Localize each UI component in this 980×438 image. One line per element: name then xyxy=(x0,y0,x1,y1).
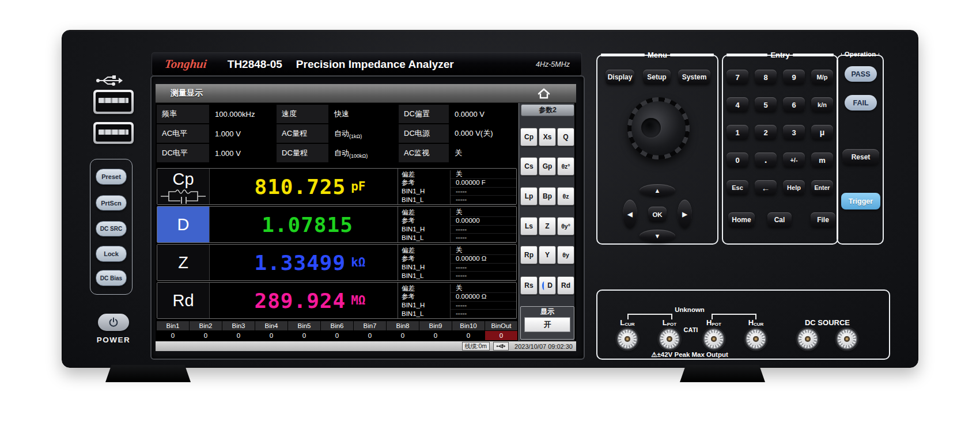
key-0[interactable]: 0 xyxy=(727,153,748,167)
setting-value[interactable]: 自动(100kΩ) xyxy=(329,144,398,162)
bin-count: 0 xyxy=(419,331,452,340)
softkey-theta-y[interactable]: θy xyxy=(557,246,574,264)
setting-label[interactable]: DC电平 xyxy=(157,144,209,162)
bin-header: Bin8 xyxy=(387,321,419,330)
setting-label[interactable]: AC量程 xyxy=(277,124,328,143)
enter-button[interactable]: Enter xyxy=(811,180,833,195)
measurement-value: 1.33499 kΩ xyxy=(210,245,398,280)
setting-value[interactable]: 关 xyxy=(449,144,517,162)
ok-button[interactable]: OK xyxy=(648,207,667,222)
softkey-d-selected[interactable]: D xyxy=(539,276,556,295)
circuit-symbol-icon xyxy=(160,189,207,204)
rotary-knob[interactable] xyxy=(627,97,690,159)
home-button[interactable]: Home xyxy=(728,212,755,227)
setting-value[interactable]: 0.0000 V xyxy=(449,105,517,123)
setting-label[interactable]: DC偏置 xyxy=(399,105,449,123)
display-toggle-box: 显示 开 xyxy=(520,306,574,340)
softkey-ls[interactable]: Ls xyxy=(520,217,538,235)
display-toggle-button[interactable]: 开 xyxy=(524,317,570,332)
cal-button[interactable]: Cal xyxy=(767,212,792,227)
pass-indicator-button[interactable]: PASS xyxy=(845,66,877,82)
setting-value[interactable]: 100.000kHz xyxy=(210,105,276,123)
softkey-theta-y-deg[interactable]: θy° xyxy=(557,217,574,235)
key-8[interactable]: 8 xyxy=(755,70,777,85)
key-7[interactable]: 7 xyxy=(727,70,748,85)
key-decimal-point[interactable]: . xyxy=(755,153,777,167)
measurement-row-z: Z 1.33499 kΩ 偏差关 参考0.00000 Ω BIN1_H-----… xyxy=(157,244,517,281)
setting-value[interactable]: 1.000 V xyxy=(210,144,276,162)
softkey-lp[interactable]: Lp xyxy=(520,187,538,205)
dc-source-label: DC SOURCE xyxy=(796,318,859,327)
preset-button[interactable]: Preset xyxy=(96,169,127,185)
home-icon[interactable] xyxy=(538,88,550,99)
bin-header: Bin3 xyxy=(222,321,255,330)
file-button[interactable]: File xyxy=(811,212,835,227)
arrow-down-button[interactable]: ▼ xyxy=(640,230,675,242)
key-milli[interactable]: m xyxy=(811,153,833,167)
key-9[interactable]: 9 xyxy=(783,70,805,85)
bin-count: 0 xyxy=(255,331,287,340)
arrow-right-button[interactable]: ▶ xyxy=(678,200,692,228)
help-button[interactable]: Help xyxy=(783,180,805,195)
setting-label[interactable]: AC电平 xyxy=(157,124,209,143)
power-label: POWER xyxy=(85,336,142,344)
softkey-rp[interactable]: Rp xyxy=(520,246,538,264)
key-6[interactable]: 6 xyxy=(783,97,805,112)
fail-indicator-button[interactable]: FAIL xyxy=(845,95,877,111)
setting-label[interactable]: 频率 xyxy=(157,105,209,123)
setting-value[interactable]: 自动(1kΩ) xyxy=(329,124,398,143)
arrow-up-button[interactable]: ▲ xyxy=(640,184,675,197)
key-kilo-nano[interactable]: k/n xyxy=(811,97,833,112)
instrument-title: Precision Impedance Analyzer xyxy=(296,58,454,71)
arrow-left-button[interactable]: ◀ xyxy=(623,200,637,228)
setting-value[interactable]: 0.000 V(关) xyxy=(449,124,517,143)
prtscn-button[interactable]: PrtScn xyxy=(96,195,127,211)
bin-out-count: 0 xyxy=(485,331,517,340)
softkey-q[interactable]: Q xyxy=(557,128,574,146)
key-micro[interactable]: μ xyxy=(811,125,833,140)
dc-src-button[interactable]: DC SRC xyxy=(96,221,127,237)
setting-value[interactable]: 快速 xyxy=(329,105,398,123)
menu-panel-title: Menu xyxy=(601,51,714,59)
setting-label[interactable]: 速度 xyxy=(277,105,328,123)
key-3[interactable]: 3 xyxy=(783,125,805,140)
setup-button[interactable]: Setup xyxy=(643,70,671,85)
dc-bias-button[interactable]: DC Bias xyxy=(96,270,127,286)
bin-header: Bin6 xyxy=(321,321,353,330)
softkey-cs[interactable]: Cs xyxy=(520,157,538,176)
softkey-y[interactable]: Y xyxy=(539,246,556,264)
reset-button[interactable]: Reset xyxy=(842,149,879,165)
setting-label[interactable]: DC量程 xyxy=(277,144,328,162)
softkey-bp[interactable]: Bp xyxy=(539,187,556,205)
key-mega-pico[interactable]: M/p xyxy=(811,70,833,85)
measurement-row-rd: Rd 289.924 MΩ 偏差关 参考0.00000 Ω BIN1_H----… xyxy=(157,282,517,319)
setting-label[interactable]: AC监视 xyxy=(399,144,449,162)
key-plus-minus[interactable]: +/- xyxy=(783,153,805,167)
softkey-theta-z[interactable]: θz xyxy=(557,187,574,205)
bin-header-row: Bin1 Bin2 Bin3 Bin4 Bin5 Bin6 Bin7 Bin8 … xyxy=(157,321,517,330)
usb-port-1 xyxy=(93,90,134,114)
softkey-theta-z-deg[interactable]: θz° xyxy=(557,157,574,176)
setting-label[interactable]: DC电源 xyxy=(399,124,449,143)
softkey-gp[interactable]: Gp xyxy=(539,157,556,176)
key-5[interactable]: 5 xyxy=(755,97,777,112)
status-bar: 线缆:0m 2023/10/07 09:02:30 xyxy=(156,341,576,351)
display-button[interactable]: Display xyxy=(606,70,634,85)
softkey-xs[interactable]: Xs xyxy=(539,128,556,146)
key-2[interactable]: 2 xyxy=(755,125,777,140)
lock-button[interactable]: Lock xyxy=(96,246,127,262)
system-button[interactable]: System xyxy=(678,70,710,85)
esc-button[interactable]: Esc xyxy=(727,180,748,195)
param2-softkey[interactable]: 参数2 xyxy=(521,104,574,116)
backspace-button[interactable]: ← xyxy=(755,180,777,195)
trigger-button[interactable]: Trigger xyxy=(841,193,880,210)
measurement-value: 810.725 pF xyxy=(210,169,398,204)
setting-value[interactable]: 1.000 V xyxy=(210,124,276,143)
softkey-z[interactable]: Z xyxy=(539,217,556,235)
key-1[interactable]: 1 xyxy=(727,125,748,140)
softkey-cp[interactable]: Cp xyxy=(520,128,538,146)
softkey-rs[interactable]: Rs xyxy=(520,276,538,295)
softkey-rd[interactable]: Rd xyxy=(557,276,574,295)
key-4[interactable]: 4 xyxy=(727,97,748,112)
power-button[interactable] xyxy=(98,314,129,331)
